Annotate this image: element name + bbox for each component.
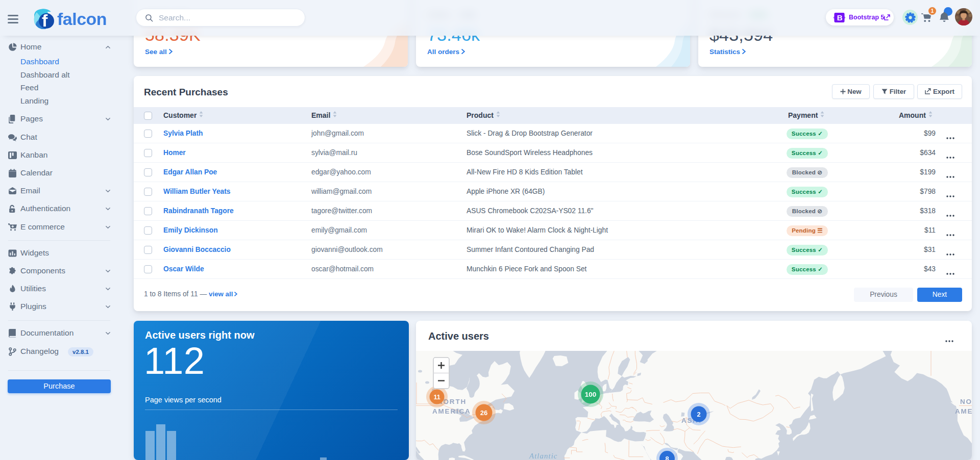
- svg-text:11: 11: [433, 394, 440, 401]
- svg-text:8: 8: [665, 455, 669, 460]
- svg-text:26: 26: [480, 409, 487, 417]
- svg-text:100: 100: [585, 391, 597, 398]
- svg-text:AMERICA: AMERICA: [955, 407, 972, 415]
- svg-text:2: 2: [697, 411, 700, 418]
- svg-text:NORTH: NORTH: [960, 398, 972, 405]
- svg-text:AMERICA: AMERICA: [432, 407, 471, 415]
- svg-text:f: f: [42, 11, 48, 29]
- svg-text:B: B: [837, 13, 843, 22]
- svg-text:Atlantic: Atlantic: [529, 452, 558, 460]
